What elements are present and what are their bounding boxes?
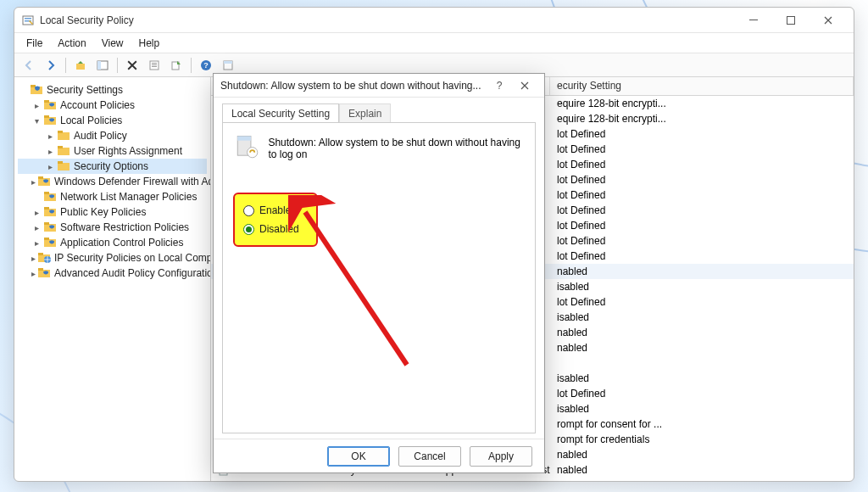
help-button[interactable]: ? — [197, 56, 215, 75]
expand-icon[interactable]: ▸ — [31, 238, 42, 248]
maximize-button[interactable] — [772, 8, 810, 32]
cancel-button[interactable]: Cancel — [398, 446, 461, 467]
folder-icon — [44, 237, 58, 249]
svg-rect-34 — [44, 207, 49, 210]
menubar: File Action View Help — [14, 33, 854, 53]
security-setting-value: lot Defined — [550, 388, 854, 400]
tree-item[interactable]: ▸Windows Defender Firewall with Adva — [18, 174, 207, 189]
expand-icon[interactable]: ▸ — [31, 177, 36, 187]
security-setting-value: lot Defined — [550, 143, 854, 155]
menu-help[interactable]: Help — [132, 36, 167, 51]
expand-icon[interactable]: ▸ — [45, 131, 55, 141]
radio-enabled-label: Enabled — [259, 204, 297, 216]
expand-icon[interactable]: ▸ — [31, 101, 42, 110]
svg-rect-3 — [749, 20, 758, 20]
expand-icon[interactable]: ▸ — [45, 162, 55, 171]
svg-rect-26 — [58, 146, 63, 148]
expand-icon[interactable]: ▸ — [31, 223, 42, 232]
svg-rect-20 — [44, 100, 49, 103]
svg-rect-28 — [58, 161, 63, 164]
security-setting-value: nabled — [550, 327, 854, 338]
tree-label: Security Settings — [47, 84, 123, 96]
policy-icon — [233, 133, 259, 164]
dialog-close-button[interactable] — [512, 75, 537, 96]
tree-root[interactable]: Security Settings — [18, 82, 207, 98]
security-setting-value: lot Defined — [550, 128, 854, 140]
svg-rect-24 — [58, 131, 63, 133]
close-button[interactable] — [810, 8, 847, 32]
menu-action[interactable]: Action — [51, 36, 92, 51]
expand-icon[interactable]: ▾ — [31, 116, 42, 126]
tree-item[interactable]: ▸Audit Policy — [18, 128, 207, 143]
tree-item[interactable]: ▸Software Restriction Policies — [18, 220, 207, 235]
svg-rect-27 — [58, 163, 70, 171]
titlebar[interactable]: Local Security Policy — [14, 8, 854, 33]
security-setting-value: lot Defined — [550, 296, 854, 308]
expand-icon[interactable]: ▸ — [31, 254, 36, 263]
radio-icon — [243, 224, 254, 235]
back-button[interactable] — [19, 56, 38, 75]
security-setting-value: isabled — [550, 281, 854, 293]
svg-rect-30 — [38, 176, 43, 179]
radio-disabled-label: Disabled — [259, 223, 299, 235]
svg-rect-145 — [237, 136, 251, 140]
tree-label: Software Restriction Policies — [60, 221, 189, 233]
column-security-setting[interactable]: ecurity Setting — [550, 77, 854, 95]
security-setting-value: lot Defined — [550, 235, 854, 247]
up-button[interactable] — [71, 56, 90, 75]
dialog-help-button[interactable]: ? — [487, 75, 512, 96]
tree-item[interactable]: ▸Security Options — [18, 159, 207, 174]
security-setting-value: lot Defined — [550, 159, 854, 171]
svg-rect-38 — [44, 238, 49, 240]
tree-item[interactable]: ▸Application Control Policies — [18, 235, 207, 250]
tree-item[interactable]: ▾Local Policies — [18, 113, 207, 128]
svg-rect-43 — [38, 268, 43, 271]
menu-file[interactable]: File — [19, 36, 49, 51]
security-setting-value: nabled — [550, 342, 854, 354]
folder-icon — [44, 191, 58, 203]
tree-label: Application Control Policies — [60, 237, 183, 249]
dialog-body: Shutdown: Allow system to be shut down w… — [222, 122, 536, 433]
policy-text: Shutdown: Allow system to be shut down w… — [268, 133, 525, 160]
export-button[interactable] — [167, 56, 186, 75]
radio-icon — [243, 205, 254, 216]
security-setting-value: lot Defined — [550, 189, 854, 201]
tree-label: Public Key Policies — [60, 206, 146, 218]
radio-disabled[interactable]: Disabled — [243, 220, 308, 238]
tree-item[interactable]: ▸IP Security Policies on Local Compute — [18, 250, 207, 266]
expand-icon[interactable]: ▸ — [31, 269, 36, 278]
tree-item[interactable]: ▸User Rights Assignment — [18, 143, 207, 159]
security-setting-value: lot Defined — [550, 204, 854, 216]
apply-button[interactable]: Apply — [470, 446, 532, 467]
tree-item[interactable]: ▸Public Key Policies — [18, 204, 207, 220]
folder-icon — [38, 252, 52, 264]
dialog-titlebar[interactable]: Shutdown: Allow system to be shut down w… — [214, 74, 544, 98]
tree-item[interactable]: ▸Account Policies — [18, 98, 207, 113]
radio-enabled[interactable]: Enabled — [243, 201, 308, 220]
tree-pane[interactable]: Security Settings ▸Account Policies▾Loca… — [14, 77, 211, 481]
svg-rect-36 — [44, 222, 49, 225]
delete-button[interactable] — [123, 56, 142, 75]
tab-local-security-setting[interactable]: Local Security Setting — [222, 103, 339, 123]
minimize-button[interactable] — [735, 8, 772, 32]
ok-button[interactable]: OK — [327, 446, 390, 467]
properties-button[interactable] — [145, 56, 164, 75]
svg-rect-40 — [38, 253, 43, 255]
forward-button[interactable] — [42, 56, 60, 75]
tree-label: Local Policies — [60, 115, 122, 126]
dialog-tabs: Local Security Setting Explain — [214, 98, 544, 122]
tree-item[interactable]: Network List Manager Policies — [18, 189, 207, 204]
security-setting-value: lot Defined — [550, 174, 854, 186]
expand-icon[interactable]: ▸ — [45, 147, 55, 156]
menu-view[interactable]: View — [95, 36, 131, 51]
tab-explain[interactable]: Explain — [339, 103, 391, 123]
folder-icon — [44, 206, 58, 218]
tree-item[interactable]: ▸Advanced Audit Policy Configuration — [18, 266, 207, 281]
security-setting-value: lot Defined — [550, 220, 854, 232]
security-setting-value: rompt for credentials — [550, 433, 854, 445]
refresh-button[interactable] — [219, 56, 237, 75]
show-tree-button[interactable] — [93, 56, 112, 75]
security-setting-value: rompt for consent for ... — [550, 418, 854, 430]
svg-rect-32 — [44, 192, 49, 194]
expand-icon[interactable]: ▸ — [31, 208, 42, 217]
